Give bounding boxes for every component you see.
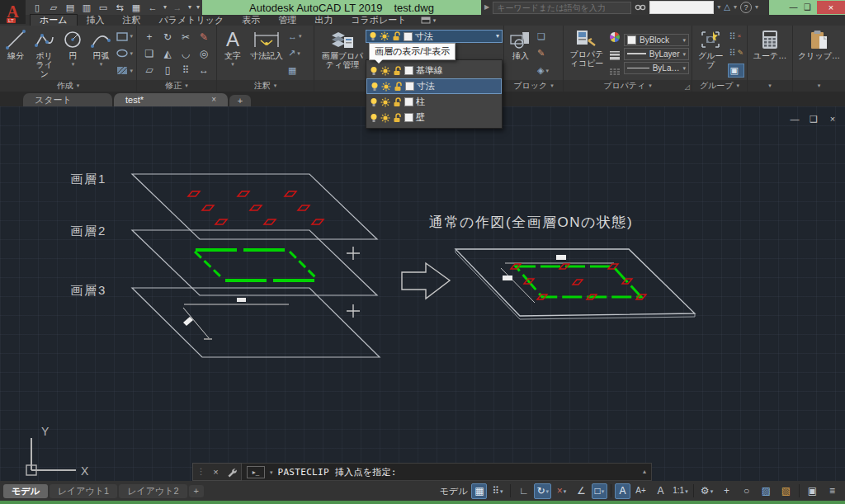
hatch-caret-icon[interactable]: ▾ — [130, 68, 133, 74]
layer-row-kabe[interactable]: 壁 — [366, 110, 502, 125]
isolate-objects-button[interactable]: ○ — [737, 483, 756, 499]
block-define-caret-icon[interactable]: ▾ — [545, 68, 549, 74]
rotate-icon[interactable]: ↻ — [158, 29, 177, 45]
ungroup-button[interactable]: ⠿ × — [728, 31, 744, 43]
panel-properties-label[interactable]: プロパティ ▾ ◿ — [564, 80, 692, 92]
layer-freeze-icon[interactable] — [380, 66, 390, 76]
layer-color-swatch[interactable] — [404, 97, 413, 106]
layer-color-swatch[interactable] — [404, 66, 413, 75]
panel-block-label[interactable]: ブロック ▾ — [504, 80, 563, 92]
minimize-icon[interactable]: — — [786, 2, 800, 14]
text-caret-icon[interactable]: ▾ — [231, 61, 234, 67]
layer-on-icon[interactable] — [370, 113, 378, 123]
color-wheel-icon[interactable] — [609, 31, 621, 43]
help-caret-icon[interactable]: ▾ — [755, 4, 758, 11]
layer-row-hashira[interactable]: 柱 — [366, 94, 502, 110]
signin-caret-icon[interactable]: ▾ — [717, 4, 720, 11]
tab-manage[interactable]: 管理 — [269, 15, 305, 26]
command-history-toggle-icon[interactable]: ▴ — [643, 469, 646, 475]
file-tab-start[interactable]: スタート — [23, 93, 112, 106]
redo-icon[interactable]: → — [170, 2, 185, 14]
search-expand-icon[interactable]: ▶ — [484, 4, 489, 11]
restore-icon[interactable]: ❑ — [800, 2, 814, 14]
scale-select[interactable]: 1:1▾ — [671, 483, 690, 499]
command-input-area[interactable]: ▸_ ▾ PASTECLIP 挿入点を指定: ▴ — [242, 463, 652, 481]
ribbon-display-toggle[interactable]: ▾ — [421, 15, 437, 26]
tab-insert[interactable]: 挿入 — [78, 15, 114, 26]
panel-utilities-label[interactable]: ▾ — [748, 80, 792, 92]
app-menu-button[interactable]: A LT — [0, 0, 26, 24]
layer-color-swatch[interactable] — [404, 113, 413, 122]
help-icon[interactable]: ? — [740, 2, 752, 13]
tab-annotate[interactable]: 注釈 — [114, 15, 150, 26]
panel-utilities-caret-icon[interactable]: ▾ — [768, 82, 772, 89]
hatch-button[interactable]: ▾ — [116, 64, 134, 77]
dimension-button[interactable]: 寸法記入 — [248, 27, 286, 80]
group-selection-toggle[interactable]: ▣ — [728, 64, 744, 78]
layer-freeze-icon[interactable] — [380, 31, 389, 41]
block-edit-button[interactable]: ❏ — [536, 31, 550, 43]
ribbon-toggle-caret-icon[interactable]: ▾ — [433, 17, 437, 23]
polyline-button[interactable]: ポリライン — [31, 27, 58, 80]
qat-customize-icon[interactable]: ▾ — [195, 4, 201, 11]
circle-button[interactable]: 円 ▾ — [59, 27, 86, 80]
utilities-button[interactable]: ユーテ… — [751, 27, 789, 80]
layer-freeze-icon[interactable] — [381, 82, 391, 92]
panel-clipboard-caret-icon[interactable]: ▾ — [818, 82, 821, 89]
doc-close-icon[interactable]: × — [827, 115, 838, 124]
model-space-label[interactable]: モデル — [437, 485, 471, 497]
save-icon[interactable]: ▤ — [63, 2, 78, 14]
undo-icon[interactable]: ← — [145, 2, 160, 14]
search-input[interactable] — [493, 2, 631, 14]
layer-color-swatch[interactable] — [404, 32, 413, 41]
insert-button[interactable]: 挿入 — [507, 27, 535, 80]
snap-toggle[interactable]: ⠿▾ — [488, 483, 507, 499]
move-icon[interactable]: + — [140, 29, 158, 45]
undo-caret-icon[interactable]: ▾ — [162, 4, 168, 11]
match-properties-button[interactable]: プロパティコピー — [566, 27, 607, 80]
block-attr-button[interactable]: ✎ — [536, 47, 550, 59]
rectangle-caret-icon[interactable]: ▾ — [130, 33, 133, 40]
array-icon[interactable]: ⠿ — [177, 62, 195, 78]
annotation-visibility-toggle[interactable]: A — [615, 483, 630, 499]
file-tab-close-icon[interactable]: × — [211, 96, 216, 104]
lineweight-select-caret-icon[interactable]: ▾ — [682, 51, 686, 57]
otrack-toggle[interactable]: ∠ — [572, 483, 591, 499]
layout1-tab[interactable]: レイアウト1 — [50, 484, 117, 498]
arc-button[interactable]: 円弧 ▾ — [87, 27, 114, 80]
layer-lock-icon[interactable] — [393, 97, 402, 107]
tab-output[interactable]: 出力 — [305, 15, 342, 26]
file-tab-document[interactable]: test* × — [114, 93, 228, 106]
lineweight-icon[interactable] — [609, 50, 621, 60]
trim-icon[interactable]: ✂ — [177, 29, 195, 45]
layer-lock-icon[interactable] — [392, 31, 401, 41]
drawing-canvas[interactable]: — ❑ × 画層1 画層2 画層3 通常の作図(全画層ONの状態) — [0, 106, 845, 481]
erase-icon[interactable]: ✎ — [195, 29, 213, 45]
panel-groups-label[interactable]: グループ ▾ — [692, 80, 747, 92]
clipboard-button[interactable]: クリップ… — [795, 27, 843, 80]
polar-toggle[interactable]: ↻▾ — [534, 483, 551, 499]
layer-lock-icon[interactable] — [394, 82, 403, 92]
graphics-warning-button[interactable]: ▧ — [777, 483, 795, 499]
isodraft-caret-icon[interactable]: ▾ — [564, 488, 567, 494]
panel-draw-caret-icon[interactable]: ▾ — [77, 82, 80, 89]
layer-on-icon[interactable] — [371, 82, 379, 92]
command-prompt-icon[interactable]: ▸_ — [247, 466, 265, 478]
layer-row-sunpou[interactable]: 寸法 — [366, 78, 502, 94]
transfer-icon[interactable]: ⇆ — [112, 2, 127, 14]
layer-on-icon[interactable] — [369, 31, 377, 41]
panel-annotate-caret-icon[interactable]: ▾ — [274, 82, 277, 89]
scale-caret-icon[interactable]: ▾ — [685, 488, 688, 494]
layer-freeze-icon[interactable] — [380, 113, 390, 123]
layer-on-icon[interactable] — [370, 66, 378, 76]
panel-clipboard-label[interactable]: ▾ — [793, 80, 845, 92]
lineweight-select[interactable]: ByLayer ▾ — [624, 48, 689, 60]
arc-caret-icon[interactable]: ▾ — [100, 61, 103, 67]
layer-combo-caret-icon[interactable]: ▾ — [496, 33, 499, 40]
leader-button[interactable]: ↗ ▾ — [287, 47, 303, 59]
layer-properties-button[interactable]: 画層プロパティ管理 — [317, 27, 368, 80]
linetype-select[interactable]: ByLa… ▾ — [624, 62, 689, 74]
object-color-select[interactable]: ByBlock ▾ — [624, 34, 689, 46]
drag-handle-icon[interactable]: ⋮ — [197, 468, 205, 476]
plot-icon[interactable]: ▭ — [96, 2, 111, 14]
